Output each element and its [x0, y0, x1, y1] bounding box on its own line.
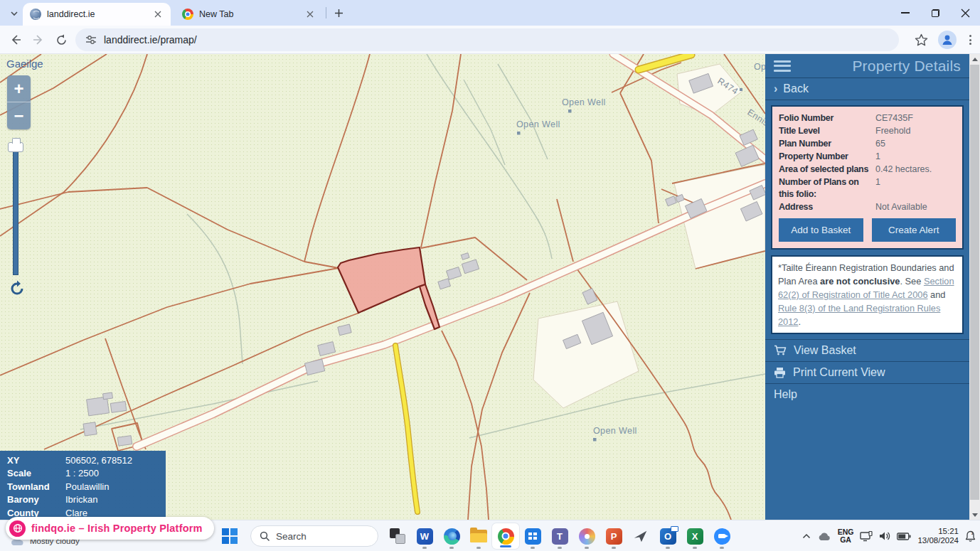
toolbar-right: [915, 28, 974, 51]
outlook-icon: O: [660, 528, 676, 545]
map-info-box: XY506502, 678512 Scale1 : 2500 TownlandP…: [0, 451, 166, 520]
tray-expand-button[interactable]: [802, 533, 811, 539]
findqo-globe-icon: [9, 520, 26, 537]
powerpoint-app-button[interactable]: P: [600, 522, 627, 550]
menu-hamburger-button[interactable]: [774, 60, 791, 72]
new-tab-button[interactable]: [331, 6, 346, 20]
browser-tab-strip: landdirect.ie New Tab: [0, 0, 980, 26]
taskbar-search-box[interactable]: Search: [250, 525, 378, 547]
map-zoom-controls: + −: [7, 75, 31, 129]
browser-toolbar: landdirect.ie/pramap/: [0, 26, 980, 54]
rule-8-link[interactable]: Rule 8(3) of the Land Registration Rules…: [778, 303, 940, 327]
view-basket-item[interactable]: View Basket: [765, 339, 969, 361]
teams-app-button[interactable]: T: [546, 522, 573, 550]
minimize-button[interactable]: [890, 0, 920, 26]
minimize-icon: [901, 12, 910, 14]
tab-close-button[interactable]: [152, 9, 164, 20]
scroll-down-button[interactable]: [969, 510, 980, 520]
file-explorer-button[interactable]: [465, 522, 492, 550]
detail-row: Area of selected plans0.42 hectares.: [779, 163, 956, 176]
browser-menu-button[interactable]: [966, 32, 974, 48]
map-refresh-button[interactable]: [9, 280, 26, 297]
print-current-view-item[interactable]: Print Current View: [765, 361, 969, 383]
detail-row: Number of Plans on this folio:1: [779, 176, 956, 200]
microsoft-store-button[interactable]: [519, 522, 546, 550]
zoom-app-button[interactable]: [708, 522, 735, 550]
address-bar[interactable]: landdirect.ie/pramap/: [75, 28, 899, 51]
back-arrow-icon: [9, 33, 22, 46]
outlook-app-button[interactable]: O: [654, 522, 681, 550]
promo-text: findqo.ie – Irish Property Platform: [31, 523, 203, 534]
open-well-label-partial: Ope: [754, 62, 765, 72]
page-scrollbar[interactable]: [969, 54, 980, 520]
excel-app-button[interactable]: X: [681, 522, 708, 550]
clock-widget[interactable]: 15:21 13/08/2024: [917, 527, 959, 545]
battery-icon: [897, 533, 911, 540]
tab-landdirect[interactable]: landdirect.ie: [23, 3, 171, 26]
zoom-out-button[interactable]: −: [7, 102, 31, 129]
map-zoom-slider[interactable]: [8, 138, 23, 277]
site-settings-icon: [85, 34, 97, 46]
word-app-button[interactable]: W: [411, 522, 438, 550]
forward-button[interactable]: [30, 31, 47, 48]
battery-tray-button[interactable]: [897, 533, 911, 540]
registration-disclaimer: *Tailte Éireann Registration Boundaries …: [771, 255, 964, 334]
word-icon: W: [417, 528, 433, 545]
edge-app-button[interactable]: [438, 522, 465, 550]
store-icon: [525, 528, 541, 545]
onedrive-tray-button[interactable]: [817, 532, 831, 541]
windows-taskbar: Mostly cloudy findqo.ie – Irish Property…: [0, 520, 980, 551]
slider-handle[interactable]: [8, 142, 23, 152]
chrome-favicon-icon: [182, 9, 193, 20]
taskbar-app-icons: W T P O X: [384, 520, 735, 551]
reload-button[interactable]: [53, 31, 70, 48]
zoom-in-button[interactable]: +: [7, 75, 31, 102]
bookmark-star-button[interactable]: [915, 33, 928, 47]
chevron-right-icon: ›: [774, 82, 777, 95]
info-row: Scale1 : 2500: [7, 467, 166, 480]
network-tray-button[interactable]: [860, 531, 873, 542]
detail-row: Folio NumberCE7435F: [779, 112, 956, 124]
scroll-up-button[interactable]: [969, 54, 980, 64]
language-indicator[interactable]: ENG GA: [838, 528, 854, 544]
tab-close-button[interactable]: [304, 9, 316, 20]
refresh-icon: [9, 280, 26, 297]
powerpoint-icon: P: [606, 528, 622, 545]
map-roads: [137, 54, 765, 512]
onedrive-cloud-icon: [817, 532, 831, 541]
create-alert-button[interactable]: Create Alert: [872, 218, 957, 242]
help-link[interactable]: Help: [765, 383, 969, 405]
back-button[interactable]: [7, 31, 24, 48]
volume-tray-button[interactable]: [879, 531, 890, 541]
paint-app-button[interactable]: [573, 522, 600, 550]
notifications-button[interactable]: z: [965, 530, 976, 542]
snip-app-button[interactable]: [627, 522, 654, 550]
language-toggle-link[interactable]: Gaeilge: [6, 58, 43, 70]
map-canvas[interactable]: Open Well Open Well Open Well Ope R474 E…: [0, 54, 765, 520]
tab-search-button[interactable]: [7, 6, 21, 21]
selected-parcel[interactable]: [338, 247, 440, 329]
start-button[interactable]: [222, 528, 238, 544]
system-tray: ENG GA 15:21 13/08/2024 z: [802, 520, 976, 551]
snip-icon: [633, 528, 649, 544]
info-row: XY506502, 678512: [7, 454, 166, 467]
detail-row: Property Number1: [779, 150, 956, 163]
slider-track[interactable]: [13, 147, 18, 275]
profile-avatar[interactable]: [938, 31, 957, 49]
edge-icon: [444, 528, 460, 545]
chrome-app-button[interactable]: [492, 523, 519, 549]
paint-palette-icon: [579, 528, 595, 545]
tab-new-tab[interactable]: New Tab: [175, 3, 323, 26]
scrollbar-thumb[interactable]: [970, 65, 979, 500]
maximize-button[interactable]: [920, 0, 950, 26]
info-row: TownlandPoulawillin: [7, 481, 166, 493]
back-link[interactable]: › Back: [765, 78, 969, 100]
chevron-up-icon: [802, 533, 811, 539]
close-window-button[interactable]: [950, 0, 980, 26]
task-view-button[interactable]: [384, 522, 411, 550]
add-to-basket-button[interactable]: Add to Basket: [779, 218, 863, 242]
open-well-label: Open Well: [593, 426, 637, 436]
findqo-promo-pill[interactable]: findqo.ie – Irish Property Platform: [6, 517, 214, 540]
tab-title: New Tab: [199, 9, 304, 19]
monitor-icon: [860, 531, 873, 542]
